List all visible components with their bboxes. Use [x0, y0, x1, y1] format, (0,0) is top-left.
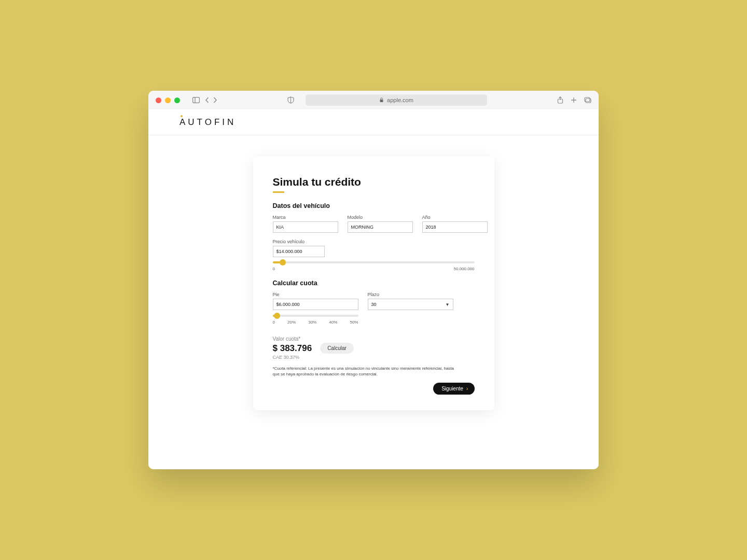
pie-input[interactable]	[273, 299, 358, 310]
share-icon[interactable]	[557, 96, 563, 104]
field-ano: Año	[422, 215, 488, 233]
precio-min-label: 0	[273, 267, 275, 271]
close-window-button[interactable]	[156, 97, 161, 103]
back-button[interactable]	[205, 97, 210, 103]
page-viewport: AUTOFIN Simula tu crédito Datos del vehí…	[148, 109, 599, 469]
sidebar-toggle-icon[interactable]	[192, 97, 200, 103]
precio-slider[interactable]: 0 50.000.000	[273, 261, 475, 271]
pie-tick: 40%	[329, 320, 337, 325]
brand-logo[interactable]: AUTOFIN	[179, 117, 236, 128]
ano-input[interactable]	[422, 221, 488, 233]
window-controls	[156, 97, 180, 103]
card-title: Simula tu crédito	[273, 176, 475, 188]
field-modelo: Modelo	[348, 215, 413, 233]
lock-icon	[379, 97, 384, 103]
minimize-window-button[interactable]	[165, 97, 171, 103]
plazo-select[interactable]: 30 ▼	[368, 299, 453, 310]
precio-input[interactable]	[273, 246, 325, 257]
plazo-label: Plazo	[368, 292, 453, 297]
field-marca: Marca	[273, 215, 338, 233]
field-plazo: Plazo 30 ▼	[368, 292, 453, 325]
precio-max-label: 50.000.000	[453, 267, 474, 271]
plazo-selected-value: 30	[371, 302, 377, 307]
next-button[interactable]: Siguiente ›	[433, 383, 474, 395]
result-amount: $ 383.796	[273, 343, 312, 354]
pie-tick: 30%	[308, 320, 316, 325]
title-accent-underline	[273, 191, 284, 193]
field-pie: Pie 0 20% 30% 40% 50%	[273, 292, 358, 325]
chevron-right-icon: ›	[466, 386, 468, 391]
section-vehicle-title: Datos del vehículo	[273, 202, 475, 209]
simulator-card: Simula tu crédito Datos del vehículo Mar…	[253, 156, 494, 410]
forward-button[interactable]	[213, 97, 217, 103]
field-precio: Precio vehículo	[273, 239, 325, 257]
modelo-label: Modelo	[348, 215, 413, 220]
brand-logo-text: AUTOFIN	[179, 117, 236, 127]
address-bar[interactable]: apple.com	[306, 94, 487, 106]
next-button-label: Siguiente	[441, 386, 463, 391]
disclaimer-text: *Cuota referencial: La presente es una s…	[273, 366, 460, 377]
svg-rect-3	[380, 100, 383, 102]
cae-text: CAE 30.37%	[273, 355, 475, 360]
pie-tick: 50%	[350, 320, 358, 325]
precio-label: Precio vehículo	[273, 239, 325, 244]
chevron-down-icon: ▼	[446, 302, 450, 307]
marca-input[interactable]	[273, 221, 338, 233]
tab-overview-icon[interactable]	[584, 97, 591, 103]
browser-window: apple.com AUTOFIN Simula tu crédito	[148, 91, 599, 469]
pie-tick: 0	[273, 320, 275, 325]
svg-rect-0	[193, 97, 200, 103]
new-tab-button[interactable]	[571, 97, 577, 103]
result-label: Valor cuota*	[273, 336, 475, 342]
section-cuota-title: Calcular cuota	[273, 279, 475, 287]
precio-slider-thumb[interactable]	[280, 259, 286, 265]
maximize-window-button[interactable]	[174, 97, 180, 103]
pie-slider-thumb[interactable]	[274, 313, 280, 319]
site-header: AUTOFIN	[148, 109, 599, 135]
pie-label: Pie	[273, 292, 358, 297]
marca-label: Marca	[273, 215, 338, 220]
ano-label: Año	[422, 215, 488, 220]
browser-chrome: apple.com	[148, 91, 599, 109]
privacy-shield-icon[interactable]	[287, 96, 294, 104]
pie-tick: 20%	[287, 320, 296, 325]
modelo-input[interactable]	[348, 221, 413, 233]
address-bar-url: apple.com	[387, 97, 413, 103]
brand-accent-dot	[181, 115, 183, 117]
calculate-button[interactable]: Calcular	[320, 343, 354, 354]
pie-slider[interactable]: 0 20% 30% 40% 50%	[273, 315, 358, 325]
